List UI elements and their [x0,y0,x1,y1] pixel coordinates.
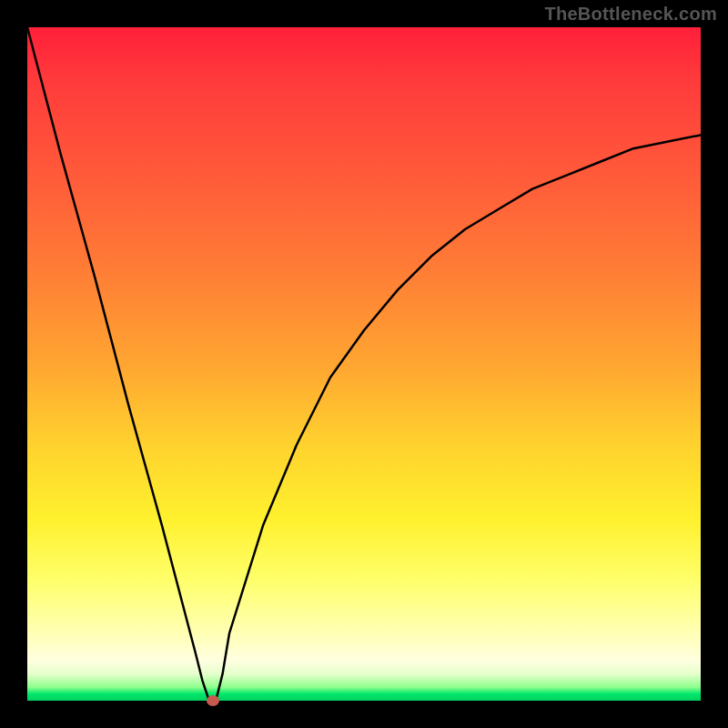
plot-area [27,27,701,701]
chart-frame: TheBottleneck.com [0,0,728,728]
minimum-marker-icon [207,695,219,706]
watermark-text: TheBottleneck.com [544,4,717,25]
bottleneck-curve [27,27,701,701]
